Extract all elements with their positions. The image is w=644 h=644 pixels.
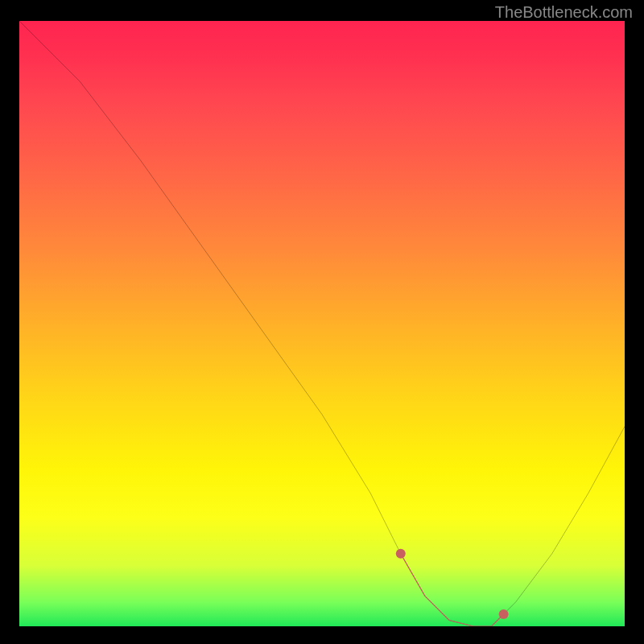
chart-svg bbox=[19, 21, 625, 626]
main-curve bbox=[19, 21, 625, 626]
chart-area bbox=[19, 21, 625, 626]
highlight-dot-left bbox=[396, 549, 406, 559]
highlight-band bbox=[401, 554, 504, 626]
highlight-dot-right bbox=[499, 609, 509, 619]
watermark-label: TheBottleneck.com bbox=[495, 3, 633, 22]
